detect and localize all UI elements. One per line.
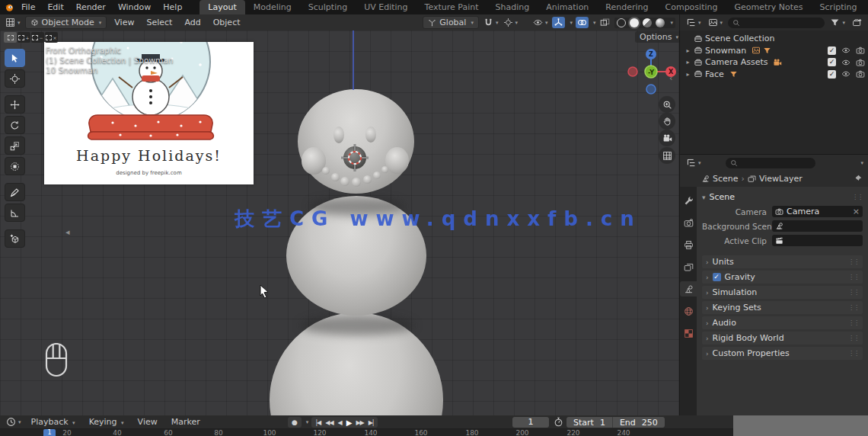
checkbox-enable[interactable]: ✓ xyxy=(828,58,836,66)
play-button[interactable]: ▶ xyxy=(346,418,352,427)
tab-shading[interactable]: Shading xyxy=(487,0,538,14)
pan-button[interactable] xyxy=(659,113,675,130)
tab-view-layer[interactable] xyxy=(680,259,697,274)
transform-orientation-selector[interactable]: Global ▾ xyxy=(423,16,479,29)
panel-simulation[interactable]: › Simulation ⋮⋮ xyxy=(702,286,863,299)
tool-annotate[interactable] xyxy=(5,183,25,201)
tool-transform[interactable] xyxy=(5,157,25,175)
tab-render[interactable] xyxy=(680,215,697,230)
mouth-dot[interactable] xyxy=(352,178,361,187)
outliner-row-face[interactable]: ▸ Face ✓ xyxy=(685,69,865,81)
outliner-row-scene-collection[interactable]: Scene Collection xyxy=(685,33,865,45)
gizmo-neg-z-axis[interactable] xyxy=(646,85,656,94)
panel-rigid-body-world[interactable]: › Rigid Body World ⋮⋮ xyxy=(702,332,863,345)
viewport-3d[interactable]: Happy Holidays! designed by freepik.com … xyxy=(0,30,680,415)
object-visibility-button[interactable]: ▾ xyxy=(531,17,550,28)
panel-audio[interactable]: › Audio ⋮⋮ xyxy=(702,316,863,329)
mouth-dot[interactable] xyxy=(340,177,349,186)
menu-keying[interactable]: Keying ▾ xyxy=(84,416,129,428)
select-mode-new[interactable] xyxy=(4,32,17,43)
outliner-filter-button[interactable]: ▾ xyxy=(828,17,847,28)
menu-marker[interactable]: Marker xyxy=(166,416,206,428)
select-mode-intersect[interactable]: × xyxy=(45,32,58,43)
breadcrumb-scene[interactable]: Scene xyxy=(713,174,739,184)
shading-rendered-button[interactable] xyxy=(656,18,665,27)
menu-select[interactable]: Select xyxy=(142,16,177,29)
gizmo-neg-x-axis[interactable] xyxy=(628,67,637,76)
hide-eye-toggle[interactable] xyxy=(841,58,850,67)
properties-search-input[interactable] xyxy=(726,158,815,168)
shading-wireframe-button[interactable] xyxy=(617,18,626,27)
panel-keying-sets[interactable]: › Keying Sets ⋮⋮ xyxy=(702,301,863,314)
proportional-editing-button[interactable]: ▾ xyxy=(503,18,519,27)
panel-grip-icon[interactable]: ⋮⋮ xyxy=(848,304,859,311)
panel-units[interactable]: › Units ⋮⋮ xyxy=(702,255,863,268)
background-scene-field[interactable] xyxy=(772,220,863,232)
navigation-gizmo[interactable]: Z X -Y xyxy=(626,47,678,99)
show-overlays-toggle[interactable] xyxy=(576,17,589,28)
panel-grip-icon[interactable]: ⋮⋮ xyxy=(848,258,859,265)
tab-tool[interactable] xyxy=(680,193,697,208)
menu-edit[interactable]: Edit xyxy=(42,1,69,14)
tool-add-cube[interactable] xyxy=(5,229,25,248)
outliner-display-mode-button[interactable]: ▾ xyxy=(707,17,725,28)
panel-grip-icon[interactable]: ⋮⋮ xyxy=(852,194,863,200)
tool-move[interactable] xyxy=(5,95,25,114)
timeline-editor-type-button[interactable]: ▾ xyxy=(5,416,23,428)
tool-rotate[interactable] xyxy=(5,116,25,134)
render-visibility-toggle[interactable] xyxy=(856,69,865,79)
menu-help[interactable]: Help xyxy=(158,1,187,14)
select-mode-extend[interactable]: + xyxy=(18,32,30,43)
tab-geometry-nodes[interactable]: Geometry Notes xyxy=(726,0,811,14)
tab-layout[interactable]: Layout xyxy=(199,0,244,14)
menu-view-timeline[interactable]: View xyxy=(132,416,163,428)
snap-target-button[interactable]: ▾ xyxy=(482,17,500,28)
auto-key-button[interactable]: ● xyxy=(288,417,302,428)
prev-keyframe-button[interactable]: ◀◀ xyxy=(325,419,333,426)
show-gizmos-toggle[interactable] xyxy=(552,17,565,28)
mouth-dot[interactable] xyxy=(322,167,330,175)
outliner-editor-type-button[interactable]: ▾ xyxy=(685,17,703,28)
menu-playback[interactable]: Playback ▾ xyxy=(26,416,81,428)
mouth-dot[interactable] xyxy=(363,175,372,184)
new-collection-button[interactable] xyxy=(850,17,863,28)
play-reverse-button[interactable]: ◀ xyxy=(338,419,342,426)
outliner-search-input[interactable] xyxy=(728,18,825,28)
mode-selector[interactable]: Object Mode ▾ xyxy=(25,16,107,29)
tab-world[interactable] xyxy=(680,303,697,319)
panel-gravity[interactable]: › ✓ Gravity ⋮⋮ xyxy=(702,271,863,284)
properties-options-caret[interactable]: ▾ xyxy=(860,160,863,166)
render-visibility-toggle[interactable] xyxy=(856,58,865,67)
tool-cursor[interactable] xyxy=(5,69,25,88)
menu-object[interactable]: Object xyxy=(209,16,245,29)
tab-output[interactable] xyxy=(680,237,697,252)
mouth-dot[interactable] xyxy=(373,172,381,179)
outliner-row-camera-assets[interactable]: ▸ Camera Assets ✓ xyxy=(685,56,865,69)
cursor-3d[interactable] xyxy=(341,144,369,172)
tool-measure[interactable] xyxy=(5,204,25,222)
camera-field[interactable]: Camera × xyxy=(772,206,863,217)
menu-file[interactable]: File xyxy=(16,1,40,14)
hide-eye-toggle[interactable] xyxy=(841,69,850,79)
tab-modeling[interactable]: Modeling xyxy=(245,0,300,14)
scene-panel-header[interactable]: ▾ Scene ⋮⋮ xyxy=(702,191,863,204)
panel-custom-properties[interactable]: › Custom Properties ⋮⋮ xyxy=(702,347,863,360)
tool-select-box[interactable] xyxy=(5,49,25,67)
add-workspace-button[interactable]: + xyxy=(866,0,868,14)
menu-add[interactable]: Add xyxy=(180,16,205,29)
panel-grip-icon[interactable]: ⋮⋮ xyxy=(848,335,859,341)
shading-material-button[interactable] xyxy=(643,18,652,27)
tool-scale[interactable] xyxy=(5,136,25,155)
clear-camera-icon[interactable]: × xyxy=(853,207,860,216)
tab-animation[interactable]: Animation xyxy=(538,0,597,14)
tab-uv-editing[interactable]: UV Editing xyxy=(356,0,416,14)
active-clip-field[interactable] xyxy=(772,235,863,246)
shading-solid-button[interactable] xyxy=(630,18,639,27)
editor-type-button[interactable]: ▾ xyxy=(4,17,22,28)
checkbox-enable[interactable]: ✓ xyxy=(828,46,836,55)
xray-toggle[interactable] xyxy=(598,17,611,28)
zoom-button[interactable] xyxy=(659,96,675,113)
end-frame-field[interactable]: End250 xyxy=(613,418,665,428)
menu-window[interactable]: Window xyxy=(113,1,156,14)
menu-render[interactable]: Render xyxy=(71,1,111,14)
